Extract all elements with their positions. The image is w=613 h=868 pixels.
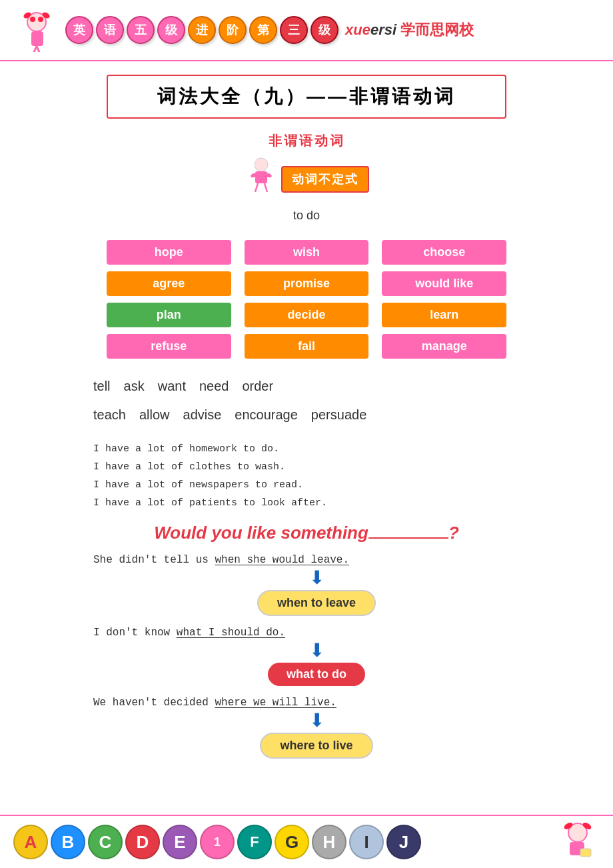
bubble-ying: 英 xyxy=(65,16,93,44)
svg-line-11 xyxy=(265,183,267,192)
footer-letter-G: G xyxy=(275,825,309,859)
would-like-sentence: Would you like something? xyxy=(0,523,613,543)
svg-point-2 xyxy=(38,17,43,22)
verb-want: want xyxy=(158,379,186,394)
header-mascot xyxy=(13,7,60,53)
bubble-san: 三 xyxy=(280,16,308,44)
example-4: I have a lot of patients to look after. xyxy=(93,494,546,512)
verb-tell: tell xyxy=(93,379,111,394)
todo-label: to do xyxy=(0,209,613,223)
bubble-wu: 五 xyxy=(127,16,155,44)
word-would-like: would like xyxy=(382,271,506,296)
svg-rect-9 xyxy=(255,171,267,183)
would-like-text: Would you like something xyxy=(154,523,368,543)
verb-persuade: persuade xyxy=(311,407,366,423)
word-grid: hope wish choose agree promise would lik… xyxy=(107,233,506,372)
verb-row-1: tell ask want need order xyxy=(67,372,546,401)
word-choose: choose xyxy=(382,240,506,265)
svg-line-10 xyxy=(255,183,258,192)
word-wish: wish xyxy=(245,240,369,265)
example-2: I have a lot of clothes to wash. xyxy=(93,458,546,476)
example-1: I have a lot of homework to do. xyxy=(93,440,546,458)
result-box-wrap-1: when to leave xyxy=(93,590,540,616)
word-learn: learn xyxy=(382,303,506,327)
bubble-ji2: 级 xyxy=(310,16,338,44)
arrow-2: ⬇ xyxy=(93,641,540,660)
brand-ersi: ersi xyxy=(370,21,396,38)
page-title: 词法大全（九）——非谓语动词 xyxy=(121,84,492,109)
mascot-figure xyxy=(245,155,278,203)
bubble-jin: 进 xyxy=(188,16,216,44)
word-hope: hope xyxy=(107,240,231,265)
arrow-down-icon-3: ⬇ xyxy=(309,711,324,730)
footer-letter-C: C xyxy=(88,825,123,859)
bubble-jie: 阶 xyxy=(219,16,247,44)
footer-letter-F: F xyxy=(237,825,272,859)
footer-page-number: 1 xyxy=(200,825,235,859)
svg-point-1 xyxy=(30,17,35,22)
svg-rect-3 xyxy=(31,31,43,46)
arrow-3: ⬇ xyxy=(93,711,540,730)
verb-allow: allow xyxy=(139,407,170,423)
svg-point-8 xyxy=(255,158,268,171)
word-decide: decide xyxy=(245,303,369,327)
orig-sentence-3: We haven't decided where we will live. xyxy=(93,697,540,709)
word-manage: manage xyxy=(382,334,506,359)
dongci-box: 动词不定式 xyxy=(281,166,369,193)
example-3: I have a lot of newspapers to read. xyxy=(93,476,546,494)
examples-section: I have a lot of homework to do. I have a… xyxy=(67,440,546,512)
footer: A B C D E 1 F G H I J xyxy=(0,815,613,868)
footer-mascot xyxy=(556,819,600,865)
footer-letter-I: I xyxy=(349,825,384,859)
bubble-row: 英 语 五 级 进 阶 第 三 级 xyxy=(65,16,338,44)
underline-1: when she would leave. xyxy=(215,554,349,566)
would-like-blank xyxy=(368,537,448,539)
brand-school: 学而思网校 xyxy=(400,21,474,38)
orig-sentence-2: I don't know what I should do. xyxy=(93,627,540,639)
footer-letters: A B C D E 1 F G H I J xyxy=(13,825,421,859)
bubble-di: 第 xyxy=(249,16,277,44)
result-box-wrap-3: where to live xyxy=(93,733,540,759)
mascot-area: 动词不定式 xyxy=(0,155,613,203)
underline-2: what I should do. xyxy=(177,627,285,639)
title-box: 词法大全（九）——非谓语动词 xyxy=(107,75,506,119)
verb-advise: advise xyxy=(183,407,222,423)
svg-line-5 xyxy=(37,46,41,52)
result-box-3: where to live xyxy=(260,733,372,759)
footer-letter-A: A xyxy=(13,825,48,859)
bubble-ji: 级 xyxy=(157,16,185,44)
verb-row-2: teach allow advise encourage persuade xyxy=(67,401,546,429)
section-label: 非谓语动词 xyxy=(0,132,613,150)
footer-letter-B: B xyxy=(51,825,85,859)
arrow-down-icon-2: ⬇ xyxy=(309,641,324,660)
verb-order: order xyxy=(242,379,273,394)
word-refuse: refuse xyxy=(107,334,231,359)
result-box-1: when to leave xyxy=(257,590,376,616)
word-plan: plan xyxy=(107,303,231,327)
verb-encourage: encourage xyxy=(235,407,298,423)
orig-sentence-1: She didn't tell us when she would leave. xyxy=(93,554,540,566)
result-box-wrap-2: what to do xyxy=(93,663,540,686)
word-promise: promise xyxy=(245,271,369,296)
verb-teach: teach xyxy=(93,407,126,423)
arrow-down-icon-1: ⬇ xyxy=(309,569,324,587)
verb-need: need xyxy=(199,379,229,394)
underline-3: where we will live. xyxy=(215,697,336,709)
result-box-2: what to do xyxy=(268,663,365,686)
word-fail: fail xyxy=(245,334,369,359)
brand-xue: xue xyxy=(345,21,370,38)
footer-letter-H: H xyxy=(312,825,346,859)
footer-letter-J: J xyxy=(386,825,421,859)
header: 英 语 五 级 进 阶 第 三 级 xueersi 学而思网校 xyxy=(0,0,613,61)
would-like-suffix: ? xyxy=(448,523,459,543)
footer-letter-E: E xyxy=(163,825,197,859)
bubble-yu: 语 xyxy=(96,16,124,44)
verb-ask: ask xyxy=(124,379,145,394)
word-agree: agree xyxy=(107,271,231,296)
footer-letter-D: D xyxy=(125,825,160,859)
svg-rect-18 xyxy=(580,849,591,857)
transform-section: She didn't tell us when she would leave.… xyxy=(73,554,540,759)
arrow-1: ⬇ xyxy=(93,569,540,587)
brand: xueersi 学而思网校 xyxy=(345,20,474,40)
